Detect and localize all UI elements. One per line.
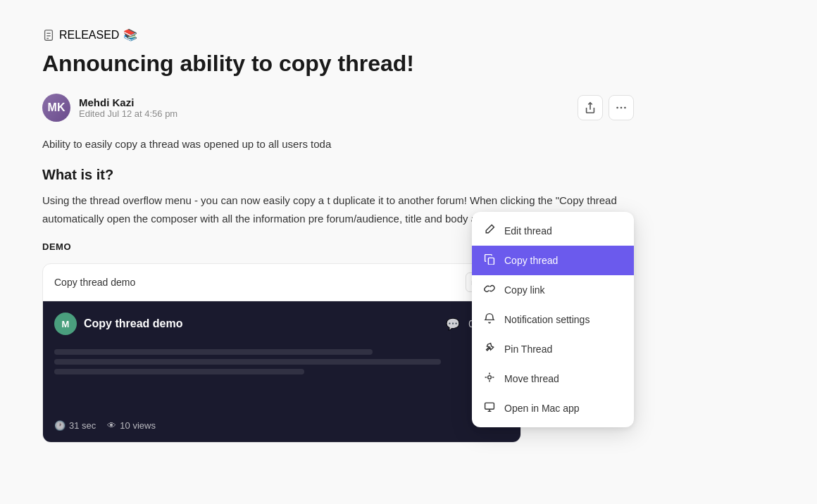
avatar-initials: MK (48, 101, 66, 114)
share-button[interactable] (578, 95, 603, 120)
svg-point-7 (624, 107, 626, 109)
menu-item-edit-thread[interactable]: Edit thread (472, 216, 634, 246)
dropdown-menu: Edit thread Copy thread ↖ (472, 212, 634, 427)
move-icon (483, 372, 496, 386)
menu-label-edit-thread: Edit thread (504, 225, 552, 237)
video-card-header: Copy thread demo (43, 264, 520, 301)
video-line-2 (54, 359, 441, 365)
video-line-3 (54, 369, 304, 374)
menu-label-copy-thread: Copy thread (504, 255, 558, 266)
section-heading: What is it? (42, 167, 634, 183)
pin-icon (483, 342, 496, 356)
svg-point-9 (488, 376, 492, 379)
video-meta: 🕐 31 sec 👁 10 views (54, 420, 509, 431)
monitor-icon (483, 401, 496, 415)
share-icon (584, 101, 597, 114)
copy-icon (483, 253, 496, 267)
menu-item-copy-thread[interactable]: Copy thread ↖ (472, 246, 634, 275)
author-info: Mehdi Kazi Edited Jul 12 at 4:56 pm (79, 96, 569, 119)
more-icon (615, 101, 628, 114)
menu-item-pin-thread[interactable]: Pin Thread (472, 334, 634, 364)
released-emoji: 📚 (123, 28, 137, 42)
menu-item-copy-link[interactable]: Copy link (472, 275, 634, 305)
clock-icon: 🕐 (54, 420, 66, 431)
author-row: MK Mehdi Kazi Edited Jul 12 at 4:56 pm (42, 94, 634, 122)
video-views: 👁 10 views (107, 420, 156, 431)
video-thumbnail-title: Copy thread demo (84, 317, 439, 330)
author-edited: Edited Jul 12 at 4:56 pm (79, 108, 569, 119)
toolbar-icons (578, 95, 634, 120)
link-icon (483, 283, 496, 297)
video-avatar: M (54, 313, 77, 335)
body-text: Ability to easily copy a thread was open… (42, 136, 634, 153)
video-content-lines (54, 349, 509, 420)
menu-item-move-thread[interactable]: Move thread (472, 364, 634, 393)
eye-icon: 👁 (107, 420, 116, 431)
more-options-button[interactable] (609, 95, 634, 120)
menu-item-notification-settings[interactable]: Notification settings (472, 305, 634, 334)
duration-text: 31 sec (69, 420, 96, 431)
svg-rect-10 (485, 403, 494, 410)
document-icon (42, 29, 55, 42)
video-duration: 🕐 31 sec (54, 420, 96, 431)
released-badge: RELEASED 📚 (42, 28, 634, 42)
video-line-1 (54, 349, 373, 355)
author-name: Mehdi Kazi (79, 96, 569, 108)
video-card-title: Copy thread demo (54, 277, 135, 288)
menu-item-open-mac-app[interactable]: Open in Mac app (472, 393, 634, 423)
menu-label-move-thread: Move thread (504, 373, 559, 384)
svg-point-5 (616, 107, 618, 109)
menu-label-notification-settings: Notification settings (504, 314, 590, 325)
notification-icon (483, 313, 496, 327)
menu-label-copy-link: Copy link (504, 284, 545, 296)
released-text: RELEASED (59, 29, 119, 42)
video-card: Copy thread demo M Copy thread demo (42, 263, 521, 443)
comment-icon: 💬 (446, 317, 460, 331)
views-text: 10 views (120, 420, 156, 431)
avatar: MK (42, 94, 70, 122)
page-title: Announcing ability to copy thread! (42, 50, 634, 77)
svg-rect-8 (488, 258, 494, 265)
video-thumbnail[interactable]: M Copy thread demo 💬 0 ↗ ⤢ 🕐 31 sec (43, 301, 520, 442)
video-top-row: M Copy thread demo 💬 0 ↗ ⤢ (54, 313, 509, 335)
menu-label-pin-thread: Pin Thread (504, 344, 552, 355)
menu-label-open-mac-app: Open in Mac app (504, 403, 580, 414)
svg-point-6 (620, 107, 623, 109)
edit-icon (483, 224, 496, 238)
